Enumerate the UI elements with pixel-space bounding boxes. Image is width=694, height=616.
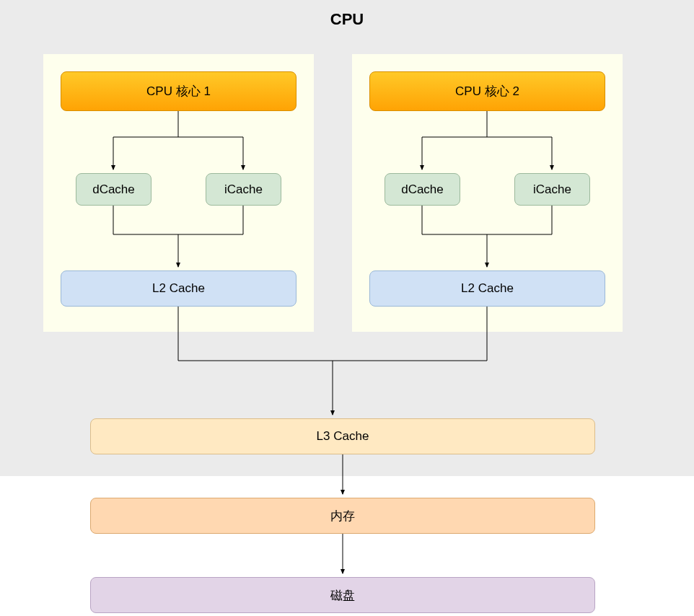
cpu-core-1-node: CPU 核心 1 — [61, 71, 297, 111]
diagram-canvas: CPU CPU 核心 1 dCache iCache L2 Cache — [0, 0, 694, 616]
cpu-core-2-box: CPU 核心 2 dCache iCache L2 Cache — [352, 54, 623, 332]
core2-l2-node: L2 Cache — [369, 270, 605, 307]
disk-node: 磁盘 — [90, 577, 595, 613]
core1-l2-node: L2 Cache — [61, 270, 297, 307]
cpu-core-1-box: CPU 核心 1 dCache iCache L2 Cache — [43, 54, 314, 332]
cpu-title: CPU — [0, 10, 694, 29]
core2-icache-node: iCache — [514, 173, 590, 206]
core1-icache-node: iCache — [206, 173, 281, 206]
core1-dcache-node: dCache — [76, 173, 151, 206]
memory-node: 内存 — [90, 498, 595, 534]
core2-dcache-node: dCache — [385, 173, 460, 206]
cpu-container: CPU CPU 核心 1 dCache iCache L2 Cache — [0, 0, 694, 476]
cpu-core-2-node: CPU 核心 2 — [369, 71, 605, 111]
l3-cache-node: L3 Cache — [90, 418, 595, 454]
